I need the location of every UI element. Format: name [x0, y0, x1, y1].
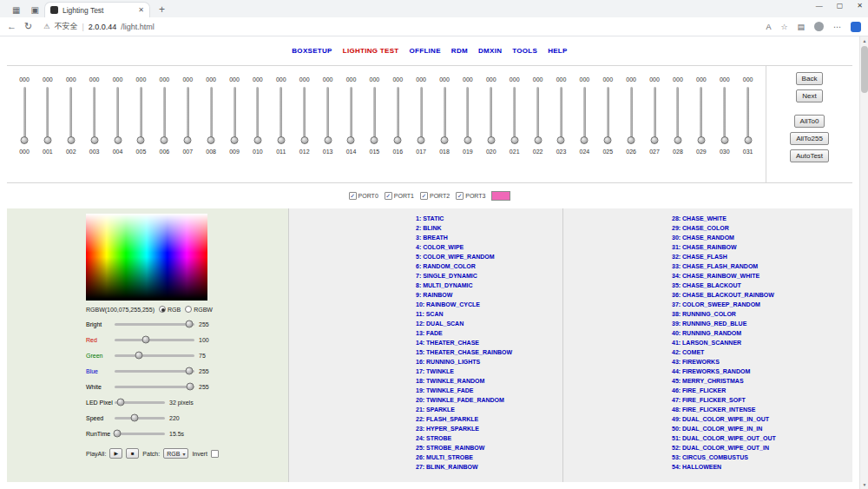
channel-slider[interactable] [93, 87, 95, 141]
slider-thumb[interactable] [187, 383, 194, 391]
channel-slider[interactable] [23, 87, 26, 141]
port-color-swatch[interactable] [491, 191, 510, 201]
effect-item[interactable]: 9: RAINBOW [416, 290, 562, 300]
channel-slider-thumb[interactable] [161, 136, 168, 144]
channel-slider-thumb[interactable] [651, 136, 659, 144]
effect-item[interactable]: 12: DUAL_SCAN [416, 319, 562, 328]
channel-slider[interactable] [279, 87, 282, 141]
channel-slider-thumb[interactable] [184, 136, 192, 144]
channel-slider[interactable] [723, 87, 726, 141]
color-picker-canvas[interactable] [86, 214, 207, 301]
effect-item[interactable]: 15: THEATER_CHASE_RAINBOW [416, 347, 562, 357]
effect-item[interactable]: 46: FIRE_FLICKER [672, 386, 852, 395]
port2-checkbox[interactable]: ✓ [420, 192, 428, 200]
channel-slider[interactable] [654, 87, 656, 141]
channel-slider-thumb[interactable] [43, 136, 51, 144]
effect-item[interactable]: 45: MERRY_CHRISTMAS [672, 376, 852, 386]
invert-checkbox[interactable] [211, 450, 219, 458]
channel-slider[interactable] [583, 87, 586, 141]
effect-item[interactable]: 35: CHASE_BLACKOUT [672, 281, 852, 290]
effect-item[interactable]: 53: CIRCUS_COMBUSTUS [672, 453, 852, 462]
channel-slider-thumb[interactable] [347, 136, 355, 144]
browser-tab[interactable]: Lighting Test ✕ [44, 2, 150, 17]
effect-item[interactable]: 36: CHASE_BLACKOUT_RAINBOW [672, 290, 852, 300]
effect-item[interactable]: 23: HYPER_SPARKLE [416, 424, 562, 433]
workspaces-icon[interactable]: ▦ [12, 5, 20, 15]
tab-actions-icon[interactable]: ▣ [30, 5, 38, 15]
effect-item[interactable]: 51: DUAL_COLOR_WIPE_OUT_OUT [672, 433, 852, 443]
channel-slider-thumb[interactable] [557, 136, 565, 144]
channel-slider[interactable] [350, 87, 352, 141]
channel-slider-thumb[interactable] [371, 136, 378, 144]
effect-item[interactable]: 19: TWINKLE_FADE [416, 386, 562, 395]
channel-slider-thumb[interactable] [300, 136, 308, 144]
sidebar-toggle-icon[interactable] [851, 22, 861, 32]
nav-link-dmxin[interactable]: DMXIN [478, 47, 502, 55]
effect-item[interactable]: 47: FIRE_FLICKER_SOFT [672, 395, 852, 405]
effect-item[interactable]: 40: RUNNING_RANDOM [672, 328, 852, 338]
close-button[interactable]: ✕ [857, 2, 863, 10]
port1-checkbox[interactable]: ✓ [385, 192, 392, 200]
channel-slider[interactable] [187, 87, 189, 141]
channel-slider[interactable] [607, 87, 609, 141]
slider-thumb[interactable] [185, 367, 193, 375]
channel-slider[interactable] [116, 87, 119, 141]
channel-slider[interactable] [630, 87, 633, 141]
channel-slider-thumb[interactable] [720, 136, 728, 144]
channel-slider-thumb[interactable] [534, 136, 542, 144]
channel-slider[interactable] [513, 87, 516, 141]
channel-slider-thumb[interactable] [231, 136, 239, 144]
slider-thumb[interactable] [185, 320, 193, 328]
effect-item[interactable]: 13: FADE [416, 328, 562, 338]
effect-item[interactable]: 38: RUNNING_COLOR [672, 309, 852, 319]
nav-link-lighting-test[interactable]: LIGHTING TEST [343, 47, 399, 55]
green-slider[interactable] [115, 354, 194, 357]
channel-slider[interactable] [536, 87, 539, 141]
favorite-star-icon[interactable]: ☆ [780, 23, 787, 31]
effect-item[interactable]: 30: CHASE_RANDOM [672, 233, 852, 242]
slider-thumb[interactable] [141, 336, 149, 344]
channel-slider-thumb[interactable] [744, 136, 752, 144]
effect-item[interactable]: 52: DUAL_COLOR_WIPE_OUT_IN [672, 443, 852, 453]
channel-slider-thumb[interactable] [114, 136, 122, 144]
effect-item[interactable]: 32: CHASE_FLASH [672, 252, 852, 261]
security-label[interactable]: 不安全 [54, 21, 77, 32]
vertical-scrollbar[interactable]: ▲ ▼ [859, 36, 868, 489]
channel-slider-thumb[interactable] [67, 136, 75, 144]
effect-item[interactable]: 31: CHASE_RAINBOW [672, 242, 852, 252]
effect-item[interactable]: 42: COMET [672, 347, 852, 357]
channel-slider[interactable] [256, 87, 259, 141]
channel-slider[interactable] [444, 87, 446, 141]
channel-slider[interactable] [466, 87, 469, 141]
allto0-button[interactable]: AllTo0 [794, 115, 825, 128]
channel-slider[interactable] [163, 87, 166, 141]
effect-item[interactable]: 17: TWINKLE [416, 367, 562, 376]
channel-slider[interactable] [210, 87, 213, 141]
channel-slider[interactable] [46, 87, 49, 141]
channel-slider-thumb[interactable] [628, 136, 635, 144]
channel-slider-thumb[interactable] [441, 136, 449, 144]
effect-item[interactable]: 54: HALLOWEEN [672, 462, 852, 472]
channel-slider-thumb[interactable] [418, 136, 425, 144]
channel-slider-thumb[interactable] [487, 136, 495, 144]
effect-item[interactable]: 8: MULTI_DYNAMIC [416, 281, 562, 290]
speed-slider[interactable] [115, 417, 165, 420]
effect-item[interactable]: 25: STROBE_RAINBOW [416, 443, 562, 453]
slider-thumb[interactable] [131, 414, 139, 422]
nav-link-offline[interactable]: OFFLINE [410, 47, 441, 55]
nav-link-rdm[interactable]: RDM [451, 47, 468, 55]
channel-slider-thumb[interactable] [464, 136, 471, 144]
effect-item[interactable]: 37: COLOR_SWEEP_RANDOM [672, 300, 852, 309]
effect-item[interactable]: 27: BLINK_RAINBOW [416, 462, 562, 472]
effect-item[interactable]: 26: MULTI_STROBE [416, 453, 562, 462]
back-icon[interactable]: ← [7, 22, 16, 31]
slider-thumb[interactable] [113, 430, 121, 438]
nav-link-boxsetup[interactable]: BOXSETUP [292, 47, 332, 55]
effect-item[interactable]: 34: CHASE_RAINBOW_WHITE [672, 271, 852, 281]
channel-slider-thumb[interactable] [510, 136, 518, 144]
led-pixel-slider[interactable] [115, 401, 165, 404]
effect-item[interactable]: 3: BREATH [416, 233, 562, 242]
effect-item[interactable]: 1: STATIC [416, 214, 562, 223]
channel-slider-thumb[interactable] [581, 136, 589, 144]
stop-button[interactable]: ■ [126, 448, 139, 459]
